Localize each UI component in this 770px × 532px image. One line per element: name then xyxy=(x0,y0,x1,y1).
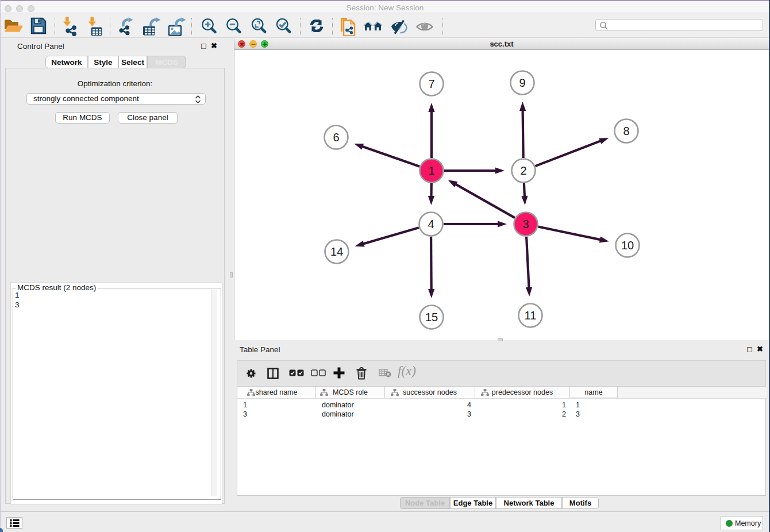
svg-text:14: 14 xyxy=(330,245,343,258)
svg-text:15: 15 xyxy=(425,311,438,323)
svg-text:8: 8 xyxy=(623,125,629,137)
svg-text:3: 3 xyxy=(522,218,529,230)
svg-text:7: 7 xyxy=(428,78,434,90)
svg-text:6: 6 xyxy=(333,131,339,144)
svg-text:1: 1 xyxy=(428,164,434,177)
svg-text:4: 4 xyxy=(428,218,434,230)
svg-text:10: 10 xyxy=(621,239,634,252)
svg-text:2: 2 xyxy=(520,164,526,177)
svg-text:11: 11 xyxy=(525,309,537,322)
svg-text:9: 9 xyxy=(519,76,525,89)
